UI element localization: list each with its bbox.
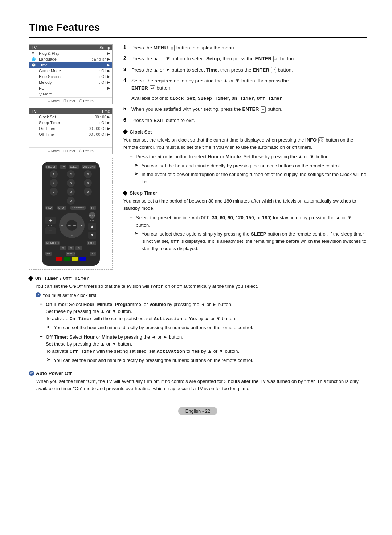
off-timer-sub-bullet: – Off Timer: Select Hour or Minute by pr… [40,334,367,355]
remote-btn-9[interactable]: 9 [84,188,92,196]
remote-nav-down[interactable]: ▼ [71,234,73,237]
remote-btn-3[interactable]: 3 [84,170,92,178]
left-panel: TV Setup ⚙ Plug & Play ▶ 🌐 Language : En… [29,44,113,270]
sleep-timer-sub-bullet-1: – Select the preset time interval (Off, … [130,214,367,229]
tv-menu-item-pc[interactable]: PC ▶ [29,85,112,91]
remote-btn-5[interactable]: 5 [67,179,75,187]
tv-menu-time-sleeptimer[interactable]: Sleep Timer : Off ▶ [29,120,112,126]
tv-time-menu: TV Time Clock Set 00 : 00 ▶ Sleep Timer … [29,108,113,154]
enter-icon-5: ↵ [261,106,266,113]
remote-green-button[interactable] [64,257,70,261]
remote-menu-exit-row: MENU□□□ EXIT□ [45,241,96,245]
remote-red-button[interactable] [56,257,62,261]
on-timer-arrow: ➤ You can set the hour and minute direct… [46,324,367,331]
remote-vol-down-button[interactable]: − [45,227,56,234]
step-5: 5 When you are satisfied with your setti… [123,106,367,113]
remote-btn-7[interactable]: 7 [50,188,58,196]
enter-icon-2: ↵ [273,56,278,62]
remote-control: PRE-CH TV SLEEP WISELINK 1 2 3 4 5 6 7 [42,162,100,266]
on-off-timer-section: On Timer / Off Timer You can set the On/… [29,275,367,364]
remote-navigation-circle: ▲ ▼ ◄ ► ENTER [59,213,85,238]
remote-func-btn-2[interactable]: ⊡ [68,246,74,250]
diamond-icon-sleep [123,190,128,195]
remote-ch-up-button[interactable]: ▲ [88,223,96,230]
clock-set-body: You can set the television clock so that… [123,136,367,151]
tv-menu-setup-footer: ⬦ Move ⊡ Enter ⬡ Return [29,97,112,104]
tv-menu-time-clockset[interactable]: Clock Set 00 : 00 ▶ [29,114,112,120]
auto-power-heading-text: Auto Power Off [36,371,72,376]
remote-vol-up-button[interactable]: + [45,217,56,224]
remote-rew-button[interactable]: REW [45,206,53,210]
available-options: Available options: Clock Set, Sleep Time… [131,95,367,101]
remote-zero-row: 0 [45,197,96,205]
diamond-icon-clock [123,129,128,134]
tv-menu-setup-header-setup: Setup [99,45,110,50]
remote-menu-button[interactable]: MENU□□□ [45,241,60,245]
remote-exit-button[interactable]: EXIT□ [87,241,96,245]
right-panel: 1 Press the MENU ⊞ button to display the… [123,44,367,254]
remote-btn-0[interactable]: 0 [67,197,75,205]
step-1: 1 Press the MENU ⊞ button to display the… [123,44,367,52]
on-off-timer-note: ☞ You must set the clock first. [36,292,367,299]
clock-set-arrow-1: ➤ You can set the hour and minute direct… [134,162,367,170]
remote-vol-label: VOL [48,224,53,227]
on-timer-sub-bullet: – On Timer: Select Hour, Minute, Program… [40,301,367,323]
remote-ff-button[interactable]: FF [90,206,96,210]
remote-yellow-button[interactable] [72,257,78,261]
content-layout: TV Setup ⚙ Plug & Play ▶ 🌐 Language : En… [29,44,367,270]
remote-btn-2[interactable]: 2 [67,170,75,178]
remote-nav-right[interactable]: ► [81,224,83,227]
tv-menu-time-header-tv: TV [32,109,37,113]
step-2: 2 Press the ▲ or ▼ button to select Setu… [123,55,367,62]
tv-menu-time-header: TV Time [29,108,112,114]
remote-vol-nav-row: + VOL − ▲ ▼ ◄ ► EN [45,211,96,240]
menu-icon: ⊞ [170,45,175,51]
remote-transport-row: REW STOP PLAY/PAUSE FF [45,206,96,210]
step-4: 4 Select the required option by pressing… [123,77,367,92]
clock-set-arrow-2: ➤ In the event of a power interruption o… [134,171,367,185]
remote-nav-left[interactable]: ◄ [61,224,63,227]
on-off-timer-heading: On Timer / Off Timer [29,275,367,281]
remote-info-button[interactable]: INFO□ [66,252,75,256]
auto-power-heading: ☞ Auto Power Off [29,371,367,376]
remote-nav-outer: ▲ ▼ ◄ ► ENTER [59,213,85,238]
tv-menu-item-gamemode[interactable]: Game Mode : Off ▶ [29,68,112,74]
sleep-timer-heading: Sleep Timer [123,190,367,196]
tv-menu-time-footer: ⬦ Move ⊡ Enter ⬡ Return [29,147,112,154]
step-6: 6 Press the EXIT button to exit. [123,117,367,124]
enter-icon-3: ↵ [271,67,276,73]
tv-menu-time-offtimer[interactable]: Off Timer 00 : 00 Off ▶ [29,131,112,137]
tv-menu-time-ontimer[interactable]: On Timer 00 : 00 Off ▶ [29,126,112,131]
remote-playpause-button[interactable]: PLAY/PAUSE [70,206,86,210]
remote-prech-button[interactable]: PRE-CH [45,165,57,169]
remote-sleep-button[interactable]: SLEEP [69,165,79,169]
remote-top-row: PRE-CH TV SLEEP WISELINK [45,165,96,169]
remote-btn-8[interactable]: 8 [67,188,75,196]
remote-wiselink-button[interactable]: WISELINK [82,165,96,169]
tv-menu-item-melody[interactable]: Melody : Off ▶ [29,79,112,85]
remote-func-btn-1[interactable]: ⊡ [60,246,66,250]
tv-menu-item-more[interactable]: ▽ More [29,91,112,97]
remote-mix-button[interactable]: MIX [90,252,96,256]
remote-ch-label: CH [90,219,94,222]
tv-menu-item-plug[interactable]: ⚙ Plug & Play ▶ [29,50,112,56]
remote-btn-4[interactable]: 4 [50,179,58,187]
remote-ch-down-button[interactable]: ▼ [88,232,96,239]
remote-btn-1[interactable]: 1 [50,170,58,178]
tv-menu-item-language[interactable]: 🌐 Language : English ▶ [29,56,112,62]
remote-btn-6[interactable]: 6 [84,179,92,187]
diamond-icon-ontimer [28,276,33,281]
remote-mute-button[interactable]: MUTE [89,212,95,219]
remote-pip-button[interactable]: PIP [45,252,52,256]
remote-stop-button[interactable]: STOP [57,206,66,210]
page-title: Time Features [29,22,367,38]
remote-func-btn-3[interactable]: ⊡ [75,246,82,250]
tv-setup-menu: TV Setup ⚙ Plug & Play ▶ 🌐 Language : En… [29,44,113,104]
footer-bar: English - 22 [29,407,367,415]
tv-menu-item-bluescreen[interactable]: Blue Screen : Off ▶ [29,74,112,79]
remote-nav-up[interactable]: ▲ [71,214,73,217]
remote-tv-button[interactable]: TV [60,165,66,169]
remote-blue-button[interactable] [79,257,86,261]
tv-menu-item-time[interactable]: 🕐 Time ▶ [29,62,112,68]
remote-enter-button[interactable]: ENTER [66,220,77,231]
